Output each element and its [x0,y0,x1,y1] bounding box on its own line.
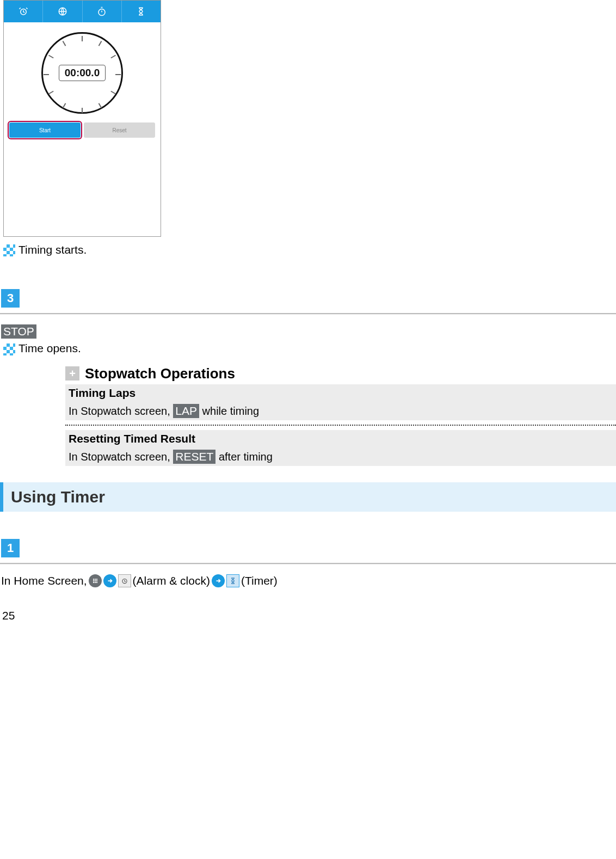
stopwatch-icon [97,7,107,16]
phone-reset-button[interactable]: Reset [84,122,155,138]
stopwatch-operations-box: + Stopwatch Operations Timing Laps In St… [65,365,616,466]
svg-point-6 [93,580,94,581]
ops-laps-desc: In Stopwatch screen, LAP while timing [65,402,616,420]
ops-text: while timing [199,405,259,417]
section-using-timer: Using Timer [0,482,616,512]
alarm-icon [19,7,28,16]
result-text: Timing starts. [19,243,87,256]
phone-start-button[interactable]: Start [9,122,81,138]
flow-text: In Home Screen, [1,574,87,587]
step-3-badge: 3 [1,289,20,308]
result-timing-starts: Timing starts. [3,243,616,256]
reset-button-chip[interactable]: RESET [173,450,215,464]
svg-point-4 [94,579,95,580]
svg-point-10 [94,582,95,583]
svg-point-8 [96,580,97,581]
hourglass-icon [136,7,146,16]
svg-point-5 [96,579,97,580]
clock-face: 00:00.0 [41,32,123,114]
arrow-right-icon [212,574,225,587]
tab-timer[interactable] [122,1,161,22]
plus-icon: + [65,366,79,381]
result-text: Time opens. [19,342,81,354]
svg-point-9 [93,582,94,583]
arrow-right-icon [103,574,116,587]
svg-point-11 [96,582,97,583]
timer-step-1-instruction: In Home Screen, (Alarm & clock) (Timer) [1,574,616,587]
phone-buttons: Start Reset [4,120,161,140]
checkered-flag-icon [3,343,15,355]
step-3-divider [0,313,616,315]
flow-text: (Timer) [241,574,278,587]
lap-button-chip[interactable]: LAP [173,404,199,418]
ops-text: In Stopwatch screen, [69,451,173,463]
page-number: 25 [2,609,616,622]
ops-title: Stopwatch Operations [85,365,235,382]
svg-point-3 [93,579,94,580]
ops-reset-heading: Resetting Timed Result [65,430,616,447]
phone-tabbar [4,1,161,22]
flow-text: (Alarm & clock) [133,574,210,587]
tab-world-clock[interactable] [43,1,82,22]
ops-text: In Stopwatch screen, [69,405,173,417]
step-1-badge: 1 [1,539,20,557]
tab-alarm[interactable] [4,1,43,22]
apps-icon[interactable] [89,574,102,587]
stopwatch-face-area: 00:00.0 [4,22,161,120]
phone-screenshot: 00:00.0 Start Reset [3,0,161,237]
tab-stopwatch[interactable] [83,1,122,22]
ops-text: after timing [215,451,272,463]
clock-time-display: 00:00.0 [59,65,106,81]
svg-point-7 [94,580,95,581]
globe-icon [58,7,67,16]
step-1-divider [0,563,616,565]
ops-laps-heading: Timing Laps [65,384,616,402]
checkered-flag-icon [3,244,15,256]
ops-separator [65,425,616,426]
timer-tab-icon[interactable] [226,574,239,587]
alarm-clock-app-icon[interactable] [118,574,131,587]
result-time-opens: Time opens. [3,342,616,355]
stop-button-chip[interactable]: STOP [1,324,36,339]
ops-reset-desc: In Stopwatch screen, RESET after timing [65,447,616,466]
